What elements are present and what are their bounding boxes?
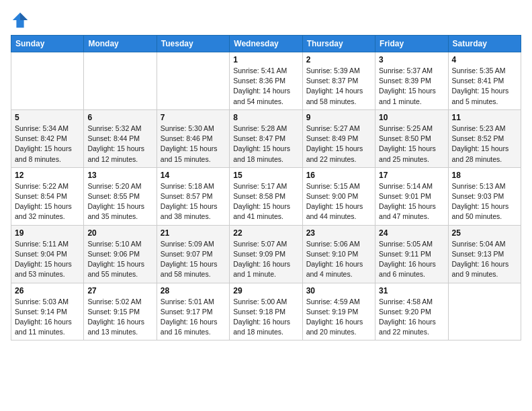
day-number: 4 [452, 55, 517, 64]
calendar-table: SundayMondayTuesdayWednesdayThursdayFrid… [11, 35, 521, 340]
calendar-cell: 3Sunrise: 5:37 AM Sunset: 8:39 PM Daylig… [375, 52, 448, 110]
calendar-cell [84, 52, 157, 110]
calendar-week-row: 19Sunrise: 5:11 AM Sunset: 9:04 PM Dayli… [11, 225, 521, 283]
day-info: Sunrise: 5:37 AM Sunset: 8:39 PM Dayligh… [379, 66, 444, 107]
calendar-week-row: 5Sunrise: 5:34 AM Sunset: 8:42 PM Daylig… [11, 109, 521, 167]
calendar-cell: 6Sunrise: 5:32 AM Sunset: 8:44 PM Daylig… [84, 109, 157, 167]
calendar-cell: 17Sunrise: 5:14 AM Sunset: 9:01 PM Dayli… [375, 167, 448, 225]
day-info: Sunrise: 5:15 AM Sunset: 9:00 PM Dayligh… [306, 181, 371, 222]
day-info: Sunrise: 5:02 AM Sunset: 9:15 PM Dayligh… [87, 297, 152, 338]
day-number: 23 [306, 228, 371, 238]
calendar-cell: 1Sunrise: 5:41 AM Sunset: 8:36 PM Daylig… [230, 52, 302, 110]
logo [11, 11, 31, 30]
day-number: 17 [379, 171, 444, 180]
day-number: 25 [452, 228, 517, 238]
day-info: Sunrise: 5:23 AM Sunset: 8:52 PM Dayligh… [452, 124, 517, 165]
day-number: 14 [161, 171, 226, 180]
calendar-cell: 8Sunrise: 5:28 AM Sunset: 8:47 PM Daylig… [230, 109, 302, 167]
day-number: 28 [161, 286, 226, 295]
calendar-cell: 14Sunrise: 5:18 AM Sunset: 8:57 PM Dayli… [157, 167, 229, 225]
day-info: Sunrise: 5:30 AM Sunset: 8:46 PM Dayligh… [161, 124, 226, 165]
calendar-cell [157, 52, 229, 110]
day-info: Sunrise: 5:13 AM Sunset: 9:03 PM Dayligh… [452, 181, 517, 222]
day-number: 1 [233, 55, 298, 64]
calendar-cell: 25Sunrise: 5:04 AM Sunset: 9:13 PM Dayli… [448, 225, 521, 283]
calendar-cell: 26Sunrise: 5:03 AM Sunset: 9:14 PM Dayli… [11, 283, 84, 340]
calendar-cell: 11Sunrise: 5:23 AM Sunset: 8:52 PM Dayli… [448, 109, 521, 167]
header-day-friday: Friday [375, 36, 448, 52]
day-number: 24 [379, 228, 444, 238]
header-day-sunday: Sunday [11, 36, 84, 52]
day-info: Sunrise: 5:25 AM Sunset: 8:50 PM Dayligh… [379, 124, 444, 165]
header-day-tuesday: Tuesday [157, 36, 229, 52]
day-info: Sunrise: 5:09 AM Sunset: 9:07 PM Dayligh… [161, 239, 226, 280]
day-info: Sunrise: 4:58 AM Sunset: 9:20 PM Dayligh… [379, 297, 444, 338]
calendar-cell: 24Sunrise: 5:05 AM Sunset: 9:11 PM Dayli… [375, 225, 448, 283]
calendar-cell: 12Sunrise: 5:22 AM Sunset: 8:54 PM Dayli… [11, 167, 84, 225]
day-info: Sunrise: 5:20 AM Sunset: 8:55 PM Dayligh… [87, 181, 152, 222]
calendar-header-row: SundayMondayTuesdayWednesdayThursdayFrid… [11, 36, 521, 52]
day-info: Sunrise: 5:14 AM Sunset: 9:01 PM Dayligh… [379, 181, 444, 222]
day-number: 2 [306, 55, 371, 64]
calendar-cell: 13Sunrise: 5:20 AM Sunset: 8:55 PM Dayli… [84, 167, 157, 225]
header-day-monday: Monday [84, 36, 157, 52]
day-number: 3 [379, 55, 444, 64]
day-info: Sunrise: 5:41 AM Sunset: 8:36 PM Dayligh… [233, 66, 298, 107]
calendar-cell: 19Sunrise: 5:11 AM Sunset: 9:04 PM Dayli… [11, 225, 84, 283]
calendar-cell: 30Sunrise: 4:59 AM Sunset: 9:19 PM Dayli… [302, 283, 375, 340]
header-day-wednesday: Wednesday [230, 36, 302, 52]
calendar-cell [448, 283, 521, 340]
day-number: 9 [306, 113, 371, 122]
day-info: Sunrise: 5:22 AM Sunset: 8:54 PM Dayligh… [15, 181, 80, 222]
calendar-cell: 10Sunrise: 5:25 AM Sunset: 8:50 PM Dayli… [375, 109, 448, 167]
day-info: Sunrise: 5:35 AM Sunset: 8:41 PM Dayligh… [452, 66, 517, 107]
day-info: Sunrise: 5:39 AM Sunset: 8:37 PM Dayligh… [306, 66, 371, 107]
calendar-week-row: 1Sunrise: 5:41 AM Sunset: 8:36 PM Daylig… [11, 52, 521, 110]
day-number: 22 [233, 228, 298, 238]
calendar-cell: 22Sunrise: 5:07 AM Sunset: 9:09 PM Dayli… [230, 225, 302, 283]
day-number: 6 [87, 113, 152, 122]
day-number: 30 [306, 286, 371, 295]
calendar-week-row: 12Sunrise: 5:22 AM Sunset: 8:54 PM Dayli… [11, 167, 521, 225]
calendar-cell: 23Sunrise: 5:06 AM Sunset: 9:10 PM Dayli… [302, 225, 375, 283]
day-info: Sunrise: 5:17 AM Sunset: 8:58 PM Dayligh… [233, 181, 298, 222]
calendar-cell: 28Sunrise: 5:01 AM Sunset: 9:17 PM Dayli… [157, 283, 229, 340]
calendar-cell: 31Sunrise: 4:58 AM Sunset: 9:20 PM Dayli… [375, 283, 448, 340]
day-number: 26 [15, 286, 80, 295]
day-number: 21 [161, 228, 226, 238]
day-info: Sunrise: 5:34 AM Sunset: 8:42 PM Dayligh… [15, 124, 80, 165]
day-number: 16 [306, 171, 371, 180]
calendar-cell: 27Sunrise: 5:02 AM Sunset: 9:15 PM Dayli… [84, 283, 157, 340]
calendar-cell: 2Sunrise: 5:39 AM Sunset: 8:37 PM Daylig… [302, 52, 375, 110]
calendar-cell: 29Sunrise: 5:00 AM Sunset: 9:18 PM Dayli… [230, 283, 302, 340]
calendar-cell: 18Sunrise: 5:13 AM Sunset: 9:03 PM Dayli… [448, 167, 521, 225]
header-day-thursday: Thursday [302, 36, 375, 52]
calendar-cell: 21Sunrise: 5:09 AM Sunset: 9:07 PM Dayli… [157, 225, 229, 283]
calendar-cell [11, 52, 84, 110]
day-number: 31 [379, 286, 444, 295]
calendar-cell: 5Sunrise: 5:34 AM Sunset: 8:42 PM Daylig… [11, 109, 84, 167]
calendar-cell: 20Sunrise: 5:10 AM Sunset: 9:06 PM Dayli… [84, 225, 157, 283]
svg-marker-1 [20, 13, 28, 20]
calendar-week-row: 26Sunrise: 5:03 AM Sunset: 9:14 PM Dayli… [11, 283, 521, 340]
page-header [11, 11, 521, 30]
day-info: Sunrise: 5:01 AM Sunset: 9:17 PM Dayligh… [161, 297, 226, 338]
day-number: 10 [379, 113, 444, 122]
day-info: Sunrise: 5:10 AM Sunset: 9:06 PM Dayligh… [87, 239, 152, 280]
day-number: 20 [87, 228, 152, 238]
day-info: Sunrise: 5:05 AM Sunset: 9:11 PM Dayligh… [379, 239, 444, 280]
calendar-cell: 16Sunrise: 5:15 AM Sunset: 9:00 PM Dayli… [302, 167, 375, 225]
day-number: 27 [87, 286, 152, 295]
calendar-cell: 15Sunrise: 5:17 AM Sunset: 8:58 PM Dayli… [230, 167, 302, 225]
day-number: 13 [87, 171, 152, 180]
header-day-saturday: Saturday [448, 36, 521, 52]
day-info: Sunrise: 5:28 AM Sunset: 8:47 PM Dayligh… [233, 124, 298, 165]
day-info: Sunrise: 5:07 AM Sunset: 9:09 PM Dayligh… [233, 239, 298, 280]
logo-icon [11, 11, 30, 30]
day-info: Sunrise: 5:11 AM Sunset: 9:04 PM Dayligh… [15, 239, 80, 280]
day-number: 12 [15, 171, 80, 180]
day-info: Sunrise: 5:32 AM Sunset: 8:44 PM Dayligh… [87, 124, 152, 165]
day-info: Sunrise: 5:27 AM Sunset: 8:49 PM Dayligh… [306, 124, 371, 165]
calendar-cell: 7Sunrise: 5:30 AM Sunset: 8:46 PM Daylig… [157, 109, 229, 167]
day-info: Sunrise: 5:18 AM Sunset: 8:57 PM Dayligh… [161, 181, 226, 222]
